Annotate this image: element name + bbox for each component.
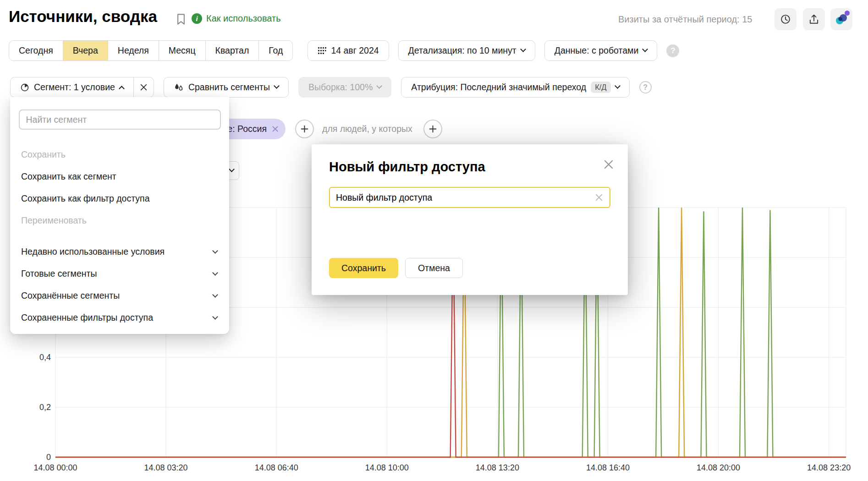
attribution-label: Атрибуция: Последний значимый переход	[411, 82, 586, 93]
svg-text:14.08 20:00: 14.08 20:00	[697, 463, 740, 472]
menu-item-save: Сохранить	[10, 143, 229, 165]
plus-icon	[301, 125, 308, 133]
segment-pie-icon	[20, 83, 29, 92]
section-label: Сохранённые сегменты	[21, 290, 120, 301]
help-icon[interactable]: ?	[666, 44, 679, 57]
chip-remove-icon[interactable]	[272, 126, 279, 132]
segment-search-input[interactable]	[19, 109, 221, 130]
chevron-down-icon	[229, 166, 235, 172]
segment-toolbar: Сегмент: 1 условие Сравнить сегменты Выб…	[10, 77, 652, 98]
chevron-down-icon	[212, 292, 218, 298]
clear-input-button[interactable]	[594, 192, 604, 202]
add-user-condition-button[interactable]	[423, 120, 442, 138]
svg-text:14.08 00:00: 14.08 00:00	[33, 463, 77, 472]
how-to-use-label: Как использовать	[206, 13, 281, 24]
help-icon[interactable]: ?	[639, 81, 652, 93]
add-condition-button[interactable]	[295, 120, 314, 138]
compare-drops-icon	[174, 83, 184, 92]
date-picker-button[interactable]: 14 авг 2024	[308, 40, 389, 61]
sampling-label: Выборка: 100%	[308, 82, 373, 93]
export-button[interactable]	[803, 8, 825, 30]
chevron-down-icon	[212, 314, 218, 320]
cancel-button[interactable]: Отмена	[405, 258, 463, 278]
history-button[interactable]	[775, 8, 797, 30]
close-icon	[603, 159, 615, 170]
apps-button[interactable]	[830, 8, 852, 30]
svg-text:14.08 06:40: 14.08 06:40	[255, 463, 298, 472]
clock-icon	[780, 13, 791, 25]
data-mode-label: Данные: с роботами	[555, 45, 639, 56]
close-icon	[140, 83, 148, 91]
period-toolbar: Сегодня Вчера Неделя Месяц Квартал Год 1…	[9, 40, 679, 61]
page-title: Источники, сводка	[9, 7, 157, 26]
attribution-dropdown[interactable]: Атрибуция: Последний значимый переход К/…	[401, 77, 629, 98]
calendar-grid-icon	[318, 46, 326, 55]
metrica-sources-page: Источники, сводка i Как использовать Виз…	[0, 0, 868, 481]
svg-text:14.08 13:20: 14.08 13:20	[476, 463, 519, 472]
svg-text:0,4: 0,4	[39, 353, 51, 362]
attribution-badge: К/Д	[591, 82, 610, 93]
menu-section-ready-segments[interactable]: Готовые сегменты	[10, 262, 229, 284]
menu-section-saved-access-filters[interactable]: Сохраненные фильтры доступа	[10, 306, 229, 328]
filter-name-input[interactable]	[336, 192, 594, 203]
period-tab-today[interactable]: Сегодня	[9, 40, 63, 61]
segment-clear-button[interactable]	[133, 77, 154, 98]
chevron-down-icon	[520, 46, 526, 52]
chip-label: е: Россия	[227, 124, 267, 134]
segment-menu-sections: Недавно использованные условия Готовые с…	[10, 240, 229, 328]
export-icon	[808, 13, 820, 25]
condition-text: для людей, у которых	[322, 119, 412, 139]
chevron-up-icon	[119, 86, 125, 92]
segment-menu-actions: Сохранить Сохранить как сегмент Сохранит…	[10, 143, 229, 231]
chevron-down-icon	[274, 83, 280, 89]
date-label: 14 авг 2024	[331, 45, 379, 56]
menu-section-saved-segments[interactable]: Сохранённые сегменты	[10, 284, 229, 306]
svg-text:14.08 16:40: 14.08 16:40	[586, 463, 630, 472]
period-tabs: Сегодня Вчера Неделя Месяц Квартал Год	[9, 40, 293, 61]
segment-label: Сегмент: 1 условие	[34, 82, 115, 93]
menu-item-save-as-access-filter[interactable]: Сохранить как фильтр доступа	[10, 187, 229, 209]
period-tab-yesterday[interactable]: Вчера	[63, 40, 108, 61]
period-tab-quarter[interactable]: Квартал	[205, 40, 259, 61]
period-tab-year[interactable]: Год	[258, 40, 293, 61]
new-access-filter-dialog: Новый фильтр доступа Сохранить Отмена	[312, 144, 628, 295]
how-to-use-link[interactable]: i Как использовать	[192, 13, 281, 24]
period-tab-week[interactable]: Неделя	[108, 40, 159, 61]
dialog-buttons: Сохранить Отмена	[329, 258, 463, 278]
filter-name-field	[329, 187, 610, 208]
period-tab-month[interactable]: Месяц	[159, 40, 206, 61]
section-label: Готовые сегменты	[21, 268, 97, 279]
notification-dot	[845, 11, 850, 16]
plus-icon	[429, 125, 437, 133]
section-label: Сохраненные фильтры доступа	[21, 312, 153, 323]
svg-text:0,2: 0,2	[39, 403, 51, 412]
chevron-down-icon	[212, 248, 218, 254]
chevron-down-icon	[376, 83, 382, 89]
visits-summary: Визиты за отчётный период: 15	[618, 14, 752, 25]
segment-dropdown-button[interactable]: Сегмент: 1 условие	[10, 77, 134, 98]
section-label: Недавно использованные условия	[21, 246, 165, 257]
compare-segments-label: Сравнить сегменты	[188, 82, 270, 93]
dialog-title: Новый фильтр доступа	[329, 159, 485, 175]
sampling-dropdown: Выборка: 100%	[298, 77, 391, 98]
svg-text:14.08 10:00: 14.08 10:00	[365, 463, 409, 472]
svg-text:0: 0	[46, 453, 51, 462]
data-mode-dropdown[interactable]: Данные: с роботами	[544, 40, 658, 61]
detalization-dropdown[interactable]: Детализация: по 10 минут	[398, 40, 535, 61]
menu-item-save-as-segment[interactable]: Сохранить как сегмент	[10, 165, 229, 187]
save-button[interactable]: Сохранить	[329, 258, 398, 278]
chevron-down-icon	[212, 270, 218, 276]
info-icon: i	[192, 13, 202, 24]
svg-text:14.08 03:20: 14.08 03:20	[144, 463, 188, 472]
dialog-close-button[interactable]	[601, 157, 616, 172]
segment-control-group: Сегмент: 1 условие	[10, 77, 154, 98]
menu-item-rename: Переименовать	[10, 209, 229, 231]
menu-section-recent-conditions[interactable]: Недавно использованные условия	[10, 240, 229, 262]
clear-icon	[595, 193, 603, 202]
chevron-down-icon	[615, 83, 621, 89]
svg-text:14.08 23:20: 14.08 23:20	[807, 463, 851, 472]
detalization-label: Детализация: по 10 минут	[408, 45, 516, 56]
bookmark-icon[interactable]	[174, 12, 188, 26]
compare-segments-dropdown[interactable]: Сравнить сегменты	[164, 77, 289, 98]
segment-menu-panel: Сохранить Сохранить как сегмент Сохранит…	[10, 97, 229, 334]
